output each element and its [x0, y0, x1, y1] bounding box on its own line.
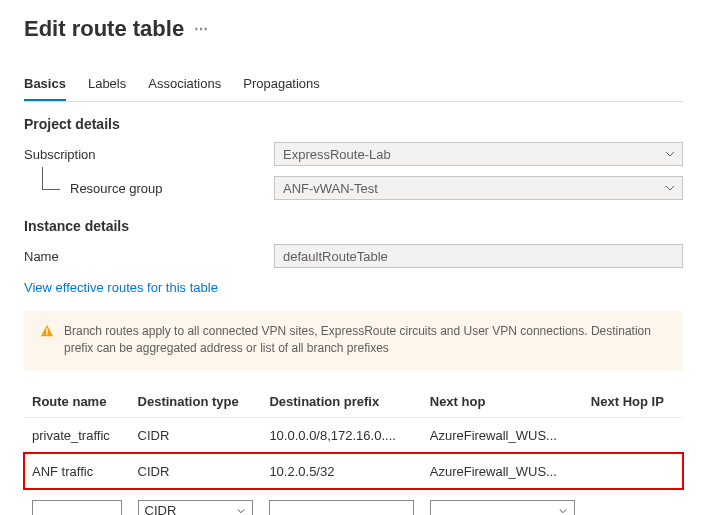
col-next-hop: Next hop	[422, 388, 583, 418]
next-hop-ip-cell	[583, 453, 683, 489]
resource-group-select[interactable]: ANF-vWAN-Test	[274, 176, 683, 200]
new-route-name-input[interactable]	[32, 500, 122, 515]
warning-icon	[40, 324, 54, 358]
name-input[interactable]: defaultRouteTable	[274, 244, 683, 268]
chevron-down-icon	[664, 148, 676, 160]
page-title: Edit route table	[24, 16, 184, 42]
col-destination-prefix: Destination prefix	[261, 388, 421, 418]
new-destination-type-value: CIDR	[145, 503, 177, 515]
chevron-down-icon	[558, 506, 568, 515]
svg-rect-0	[46, 328, 47, 332]
chevron-down-icon	[236, 506, 246, 515]
destination-prefix-cell: 10.0.0.0/8,172.16.0....	[261, 417, 421, 453]
resource-group-value: ANF-vWAN-Test	[283, 181, 378, 196]
next-hop-cell: AzureFirewall_WUS...	[422, 417, 583, 453]
destination-type-cell: CIDR	[130, 453, 262, 489]
subscription-value: ExpressRoute-Lab	[283, 147, 391, 162]
table-row[interactable]: ANF traffic CIDR 10.2.0.5/32 AzureFirewa…	[24, 453, 683, 489]
notice-text: Branch routes apply to all connected VPN…	[64, 323, 667, 358]
col-next-hop-ip: Next Hop IP	[583, 388, 683, 418]
new-destination-prefix-input[interactable]	[269, 500, 413, 515]
col-destination-type: Destination type	[130, 388, 262, 418]
col-route-name: Route name	[24, 388, 130, 418]
notice-banner: Branch routes apply to all connected VPN…	[24, 311, 683, 370]
chevron-down-icon	[664, 182, 676, 194]
subscription-select[interactable]: ExpressRoute-Lab	[274, 142, 683, 166]
next-hop-cell: AzureFirewall_WUS...	[422, 453, 583, 489]
project-details-header: Project details	[24, 116, 683, 132]
instance-details-header: Instance details	[24, 218, 683, 234]
table-row[interactable]: private_traffic CIDR 10.0.0.0/8,172.16.0…	[24, 417, 683, 453]
subscription-label: Subscription	[24, 147, 274, 162]
route-name-cell: ANF traffic	[24, 453, 130, 489]
new-route-row: CIDR	[24, 489, 683, 515]
route-name-cell: private_traffic	[24, 417, 130, 453]
more-icon[interactable]: ⋯	[194, 21, 209, 37]
destination-prefix-cell: 10.2.0.5/32	[261, 453, 421, 489]
new-destination-type-select[interactable]: CIDR	[138, 500, 254, 515]
new-next-hop-select[interactable]	[430, 500, 575, 515]
tab-labels[interactable]: Labels	[88, 70, 126, 101]
view-effective-routes-link[interactable]: View effective routes for this table	[24, 280, 218, 295]
routes-table: Route name Destination type Destination …	[24, 388, 683, 515]
tabs: Basics Labels Associations Propagations	[24, 70, 683, 102]
name-value: defaultRouteTable	[283, 249, 388, 264]
svg-rect-1	[46, 334, 47, 335]
tab-propagations[interactable]: Propagations	[243, 70, 320, 101]
tab-basics[interactable]: Basics	[24, 70, 66, 101]
next-hop-ip-cell	[583, 417, 683, 453]
tab-associations[interactable]: Associations	[148, 70, 221, 101]
resource-group-label: Resource group	[24, 181, 274, 196]
destination-type-cell: CIDR	[130, 417, 262, 453]
name-label: Name	[24, 249, 274, 264]
